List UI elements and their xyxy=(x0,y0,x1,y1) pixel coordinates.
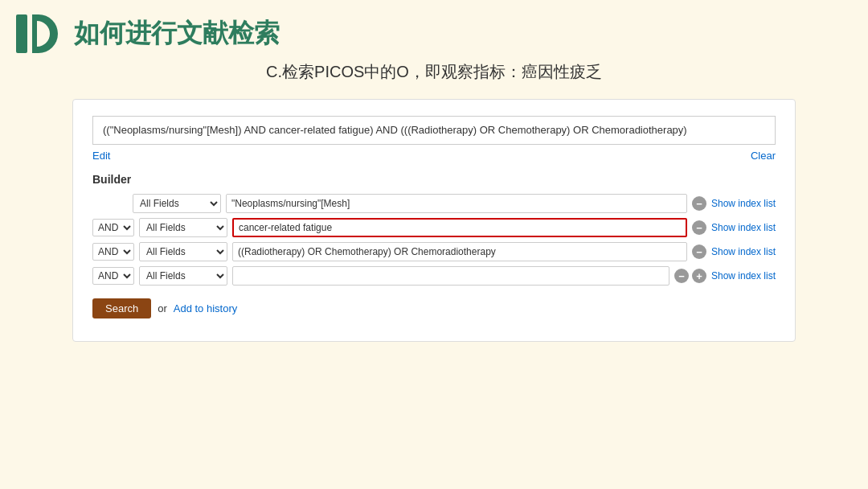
show-index-link-0[interactable]: Show index list xyxy=(711,198,776,209)
field-select-1[interactable]: All Fields Title Abstract MeSH Terms Aut… xyxy=(139,218,227,237)
field-select-3[interactable]: All Fields Title Abstract MeSH Terms Aut… xyxy=(139,266,227,286)
show-index-link-3[interactable]: Show index list xyxy=(711,270,776,281)
edit-link[interactable]: Edit xyxy=(92,150,110,162)
show-index-link-2[interactable]: Show index list xyxy=(711,246,776,257)
search-row: Search or Add to history xyxy=(92,298,776,318)
search-card: (("Neoplasms/nursing"[Mesh]) AND cancer-… xyxy=(72,99,796,342)
subtitle: C.检索PICOS中的O，即观察指标：癌因性疲乏 xyxy=(0,61,868,83)
query-display: (("Neoplasms/nursing"[Mesh]) AND cancer-… xyxy=(92,116,776,145)
builder-label: Builder xyxy=(92,173,776,186)
row-prefix-2: AND OR NOT xyxy=(92,243,134,261)
term-input-0[interactable] xyxy=(226,194,687,213)
remove-row-1[interactable]: − xyxy=(692,220,706,235)
remove-row-0[interactable]: − xyxy=(692,196,706,211)
page-title: 如何进行文献检索 xyxy=(74,16,280,51)
row-icons-2: − xyxy=(692,244,706,259)
logo-bar xyxy=(16,14,27,53)
logo-d-shape xyxy=(32,14,58,53)
row-icons-3: − + xyxy=(674,269,706,283)
row-prefix-3: AND OR NOT xyxy=(92,267,134,285)
logo xyxy=(16,14,58,53)
row-icons-0: − xyxy=(692,196,706,211)
term-input-2[interactable] xyxy=(232,242,687,261)
field-select-2[interactable]: All Fields Title Abstract MeSH Terms Aut… xyxy=(139,242,227,261)
field-select-0[interactable]: All Fields Title Abstract MeSH Terms Aut… xyxy=(133,194,221,213)
remove-row-2[interactable]: − xyxy=(692,244,706,259)
builder-row: AND OR NOT All Fields Title Abstract MeS… xyxy=(92,218,776,237)
search-button[interactable]: Search xyxy=(92,298,151,318)
term-input-3[interactable] xyxy=(232,266,669,286)
show-index-link-1[interactable]: Show index list xyxy=(711,222,776,233)
bool-select-1[interactable]: AND OR NOT xyxy=(92,219,134,236)
builder-row: AND OR NOT All Fields Title Abstract MeS… xyxy=(92,266,776,286)
bool-select-2[interactable]: AND OR NOT xyxy=(92,243,134,261)
query-actions: Edit Clear xyxy=(92,150,776,162)
builder-row: AND OR NOT All Fields Title Abstract MeS… xyxy=(92,242,776,261)
remove-row-3[interactable]: − xyxy=(674,269,689,283)
builder-row: All Fields Title Abstract MeSH Terms Aut… xyxy=(92,194,776,213)
row-icons-1: − xyxy=(692,220,706,235)
clear-link[interactable]: Clear xyxy=(751,150,776,162)
row-prefix-1: AND OR NOT xyxy=(92,219,134,236)
add-row-3[interactable]: + xyxy=(692,269,706,283)
add-to-history-link[interactable]: Add to history xyxy=(174,302,238,314)
term-input-1[interactable] xyxy=(232,218,687,237)
bool-select-3[interactable]: AND OR NOT xyxy=(92,267,134,285)
builder-rows: All Fields Title Abstract MeSH Terms Aut… xyxy=(92,194,776,286)
page-header: 如何进行文献检索 xyxy=(0,0,868,61)
or-text: or xyxy=(158,302,167,314)
